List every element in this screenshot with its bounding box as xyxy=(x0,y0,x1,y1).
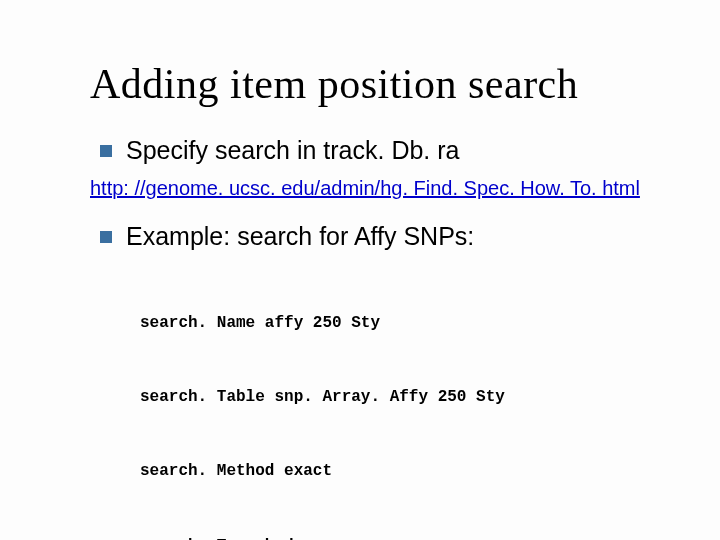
code-block: search. Name affy 250 Sty search. Table … xyxy=(140,261,680,540)
code-line: search. Table snp. Array. Affy 250 Sty xyxy=(140,385,680,410)
slide-title: Adding item position search xyxy=(90,60,680,108)
code-line: search. Method exact xyxy=(140,459,680,484)
bullet-text-2: Example: search for Affy SNPs: xyxy=(126,222,474,251)
square-bullet-icon xyxy=(100,145,112,157)
reference-link[interactable]: http: //genome. ucsc. edu/admin/hg. Find… xyxy=(90,177,680,200)
bullet-text-1: Specify search in track. Db. ra xyxy=(126,136,459,165)
bullet-item-2: Example: search for Affy SNPs: xyxy=(100,222,680,251)
code-line: search. Type bed xyxy=(140,534,680,540)
slide: Adding item position search Specify sear… xyxy=(0,0,720,540)
code-line: search. Name affy 250 Sty xyxy=(140,311,680,336)
square-bullet-icon xyxy=(100,231,112,243)
bullet-item-1: Specify search in track. Db. ra xyxy=(100,136,680,165)
